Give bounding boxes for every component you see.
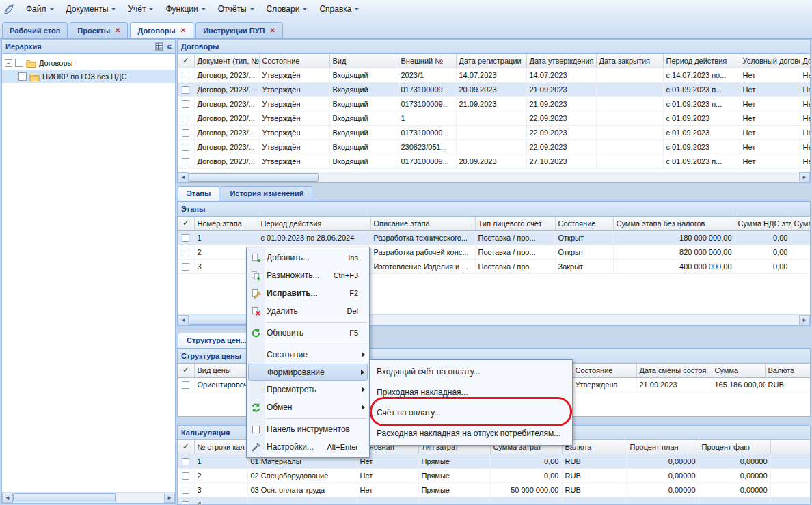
tab-price-structure[interactable]: Структура цен... [178, 333, 256, 348]
context-menu-item-duplicate[interactable]: Размножить... Ctrl+F3 [247, 267, 369, 284]
context-menu-item-toolbar[interactable]: Панель инструментов [247, 420, 369, 438]
context-menu-item-generate[interactable]: Формирование [248, 364, 368, 381]
scrollbar-thumb[interactable] [189, 173, 319, 182]
scroll-left-icon[interactable]: ◄ [2, 493, 13, 503]
column-header[interactable]: Сумма НДС этапа [735, 217, 791, 230]
row-checkbox[interactable] [182, 501, 189, 504]
scroll-right-icon[interactable]: ► [799, 172, 810, 182]
column-header[interactable]: ✓ [178, 54, 194, 68]
column-header[interactable]: Валюта [765, 364, 810, 377]
column-header[interactable]: Тип лицевого счёт [475, 217, 555, 230]
tab-instructions-pup[interactable]: Инструкции ПУП✕ [195, 22, 283, 38]
tree-collapse-icon[interactable]: − [5, 59, 12, 67]
close-tab-icon[interactable]: ✕ [180, 27, 186, 34]
table-row[interactable]: 303 Осн. оплата трудаНетПрямые50 000 000… [178, 482, 810, 497]
table-row[interactable]: 1с 01.09.2023 по 28.06.2024Разработка те… [178, 230, 810, 245]
column-header[interactable]: Период действия [258, 217, 370, 230]
column-header[interactable]: Документ (тип, № [194, 54, 259, 68]
tab-stages[interactable]: Этапы [178, 186, 219, 201]
row-checkbox[interactable] [182, 263, 189, 271]
menu-functions[interactable]: Функции [159, 2, 211, 16]
row-checkbox[interactable] [182, 144, 189, 151]
tree-checkbox[interactable] [18, 72, 27, 81]
menu-documents[interactable]: Документы [60, 2, 122, 16]
scroll-left-icon[interactable]: ◄ [178, 172, 189, 182]
column-header[interactable]: Условный договор [740, 54, 800, 68]
horizontal-scrollbar[interactable]: ◄ ► [2, 492, 175, 503]
column-header[interactable]: Дата регистрации [456, 54, 526, 68]
row-checkbox[interactable] [182, 129, 189, 137]
column-header[interactable]: Период действия [663, 54, 740, 68]
context-menu-item-edit[interactable]: Исправить... F2 [247, 284, 369, 302]
row-checkbox[interactable] [182, 86, 189, 94]
context-menu-item-refresh[interactable]: Обновить F5 [247, 324, 369, 342]
column-header[interactable]: Дата смены состоя [636, 364, 712, 377]
column-header[interactable]: Номер этапа [194, 217, 258, 230]
tree-checkbox[interactable] [15, 59, 23, 67]
context-menu-item-add[interactable]: Добавить... Ins [247, 249, 369, 267]
tree-node-niokr[interactable]: НИОКР по ГОЗ без НДС [2, 70, 175, 83]
scroll-right-icon[interactable]: ► [164, 493, 175, 503]
submenu-item-incoming-invoice[interactable]: Входящий счёт на оплату... [370, 361, 572, 382]
menu-help[interactable]: Справка [313, 2, 365, 16]
column-header[interactable]: Состояние [259, 54, 329, 68]
grid-tool-icon[interactable] [155, 42, 163, 51]
column-header[interactable]: № строки кал [194, 440, 247, 454]
scroll-right-icon[interactable]: ► [799, 315, 810, 325]
scrollbar-thumb[interactable] [13, 493, 116, 502]
table-row[interactable]: Договор, 2023/...УтверждёнВходящий017310… [178, 125, 810, 139]
table-row[interactable]: Договор, 2023/...УтверждёнВходящий230823… [178, 139, 810, 154]
row-checkbox[interactable] [182, 249, 189, 256]
row-checkbox[interactable] [182, 487, 189, 494]
row-checkbox[interactable] [182, 234, 189, 242]
submenu-item-outgoing-note[interactable]: Расходная накладная на отпуск потребител… [370, 423, 572, 443]
tab-desktop[interactable]: Рабочий стол [2, 22, 68, 38]
row-checkbox[interactable] [182, 72, 189, 79]
context-menu-item-state[interactable]: Состояние [247, 346, 369, 364]
table-row[interactable]: Договор, 2023/...УтверждёнВходящий017310… [178, 154, 810, 168]
tab-history[interactable]: История изменений [221, 186, 312, 201]
column-header[interactable]: Описание этапа [370, 217, 475, 230]
scroll-left-icon[interactable]: ◄ [178, 315, 189, 325]
column-header[interactable]: Дата утверждения [526, 54, 596, 68]
context-menu-item-delete[interactable]: Удалить Del [247, 302, 369, 320]
table-row[interactable]: Договор, 2023/...УтверждёнВходящий2023/1… [178, 68, 810, 82]
column-header[interactable]: Вид [329, 54, 398, 68]
row-checkbox[interactable] [182, 115, 189, 122]
column-header[interactable]: Процент план [627, 440, 699, 454]
column-header[interactable]: Сумма [712, 364, 765, 377]
column-header[interactable]: Состояние [572, 364, 636, 377]
scrollbar-track[interactable] [13, 493, 164, 503]
column-header[interactable]: Процент факт [699, 440, 770, 454]
column-header[interactable]: Сумма эт [791, 217, 810, 230]
column-header[interactable]: ✓ [178, 217, 194, 230]
table-row[interactable]: 4 [178, 497, 810, 504]
column-header[interactable]: Дата закрытия [596, 54, 663, 68]
menu-file[interactable]: Файл [20, 2, 60, 16]
submenu-item-receipt-note[interactable]: Приходная накладная... [370, 382, 572, 402]
column-header[interactable]: Сумма этапа без налогов [613, 217, 735, 230]
table-row[interactable]: Договор, 2023/...УтверждёнВходящий017310… [178, 82, 810, 96]
column-header[interactable]: ✓ [178, 440, 194, 454]
menu-accounting[interactable]: Учёт [122, 2, 159, 16]
row-checkbox[interactable] [182, 100, 189, 108]
tab-contracts[interactable]: Договоры✕ [130, 22, 193, 38]
collapse-panel-icon[interactable]: « [167, 42, 172, 51]
context-menu-item-settings[interactable]: Настройки... Alt+Enter [247, 438, 369, 456]
context-menu-item-exchange[interactable]: Обмен [247, 398, 369, 416]
close-tab-icon[interactable]: ✕ [115, 27, 120, 34]
column-header[interactable]: До [800, 54, 810, 68]
row-checkbox[interactable] [182, 381, 189, 389]
context-menu-item-view[interactable]: Просмотреть [247, 381, 369, 398]
menu-reports[interactable]: Отчёты [212, 2, 260, 16]
column-header[interactable]: Состояние [555, 217, 613, 230]
row-checkbox[interactable] [182, 472, 189, 480]
table-row[interactable]: 202 СпецоборудованиеНетПрямые0,00RUB0,00… [178, 468, 810, 482]
submenu-item-payment-invoice[interactable]: Счёт на оплату... [370, 402, 572, 423]
row-checkbox[interactable] [182, 158, 189, 165]
tab-projects[interactable]: Проекты✕ [70, 22, 128, 38]
column-header[interactable] [770, 440, 810, 454]
tree-node-contracts[interactable]: − Договоры [2, 56, 175, 70]
close-tab-icon[interactable]: ✕ [269, 27, 275, 34]
menu-dictionaries[interactable]: Словари [260, 2, 314, 16]
